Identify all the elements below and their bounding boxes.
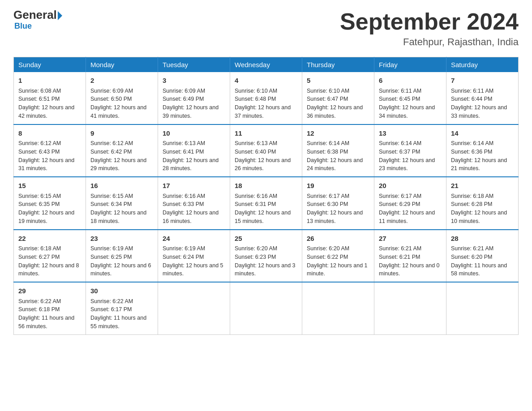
day-number: 11 (235, 128, 297, 139)
sunset-text: Sunset: 6:29 PM (379, 201, 420, 207)
sunrise-text: Sunrise: 6:21 AM (451, 245, 493, 252)
daylight-text: Daylight: 11 hours and 56 minutes. (18, 315, 74, 330)
sunrise-text: Sunrise: 6:08 AM (18, 88, 61, 94)
sunrise-text: Sunrise: 6:11 AM (451, 88, 493, 94)
calendar-cell (230, 282, 302, 334)
sunrise-text: Sunrise: 6:19 AM (90, 245, 133, 252)
calendar-cell: 15Sunrise: 6:15 AMSunset: 6:35 PMDayligh… (14, 177, 86, 230)
calendar-week-row: 22Sunrise: 6:18 AMSunset: 6:27 PMDayligh… (14, 230, 519, 283)
daylight-text: Daylight: 12 hours and 11 minutes. (379, 210, 435, 224)
sunrise-text: Sunrise: 6:14 AM (379, 140, 421, 146)
sunset-text: Sunset: 6:20 PM (451, 254, 492, 260)
daylight-text: Daylight: 12 hours and 21 minutes. (451, 157, 507, 172)
sunset-text: Sunset: 6:33 PM (163, 201, 204, 207)
logo: General (13, 9, 62, 21)
sunset-text: Sunset: 6:51 PM (18, 96, 60, 102)
day-header-saturday: Saturday (446, 57, 519, 73)
sunset-text: Sunset: 6:38 PM (307, 149, 348, 155)
calendar-cell (374, 282, 446, 334)
sunset-text: Sunset: 6:47 PM (307, 96, 348, 102)
daylight-text: Daylight: 12 hours and 16 minutes. (163, 210, 219, 224)
daylight-text: Daylight: 12 hours and 23 minutes. (379, 157, 435, 172)
calendar-cell: 2Sunrise: 6:09 AMSunset: 6:50 PMDaylight… (86, 72, 158, 124)
calendar-cell: 14Sunrise: 6:14 AMSunset: 6:36 PMDayligh… (446, 124, 519, 177)
sunset-text: Sunset: 6:48 PM (235, 96, 276, 102)
calendar-table: SundayMondayTuesdayWednesdayThursdayFrid… (13, 57, 519, 335)
calendar-cell: 9Sunrise: 6:12 AMSunset: 6:42 PMDaylight… (86, 124, 158, 177)
calendar-cell: 3Sunrise: 6:09 AMSunset: 6:49 PMDaylight… (158, 72, 230, 124)
day-number: 5 (307, 76, 369, 86)
sunrise-text: Sunrise: 6:10 AM (307, 88, 349, 94)
calendar-week-row: 8Sunrise: 6:12 AMSunset: 6:43 PMDaylight… (14, 124, 519, 177)
day-number: 24 (163, 234, 225, 244)
sunrise-text: Sunrise: 6:13 AM (163, 140, 205, 146)
day-number: 29 (18, 286, 81, 296)
daylight-text: Daylight: 12 hours and 28 minutes. (163, 157, 219, 172)
sunrise-text: Sunrise: 6:20 AM (307, 245, 349, 252)
sunset-text: Sunset: 6:36 PM (451, 149, 492, 155)
sunrise-text: Sunrise: 6:18 AM (18, 245, 61, 252)
sunset-text: Sunset: 6:45 PM (379, 96, 420, 102)
calendar-week-row: 1Sunrise: 6:08 AMSunset: 6:51 PMDaylight… (14, 72, 519, 124)
day-number: 3 (163, 76, 225, 86)
logo-area: General Blue (13, 9, 62, 31)
day-number: 18 (235, 181, 297, 191)
sunset-text: Sunset: 6:43 PM (18, 149, 60, 155)
calendar-cell: 1Sunrise: 6:08 AMSunset: 6:51 PMDaylight… (14, 72, 86, 124)
sunset-text: Sunset: 6:31 PM (235, 201, 276, 207)
calendar-cell: 16Sunrise: 6:15 AMSunset: 6:34 PMDayligh… (86, 177, 158, 230)
day-number: 10 (163, 128, 225, 139)
day-number: 8 (18, 128, 81, 139)
calendar-cell (302, 282, 374, 334)
day-number: 9 (90, 128, 153, 139)
daylight-text: Daylight: 12 hours and 31 minutes. (18, 157, 74, 172)
daylight-text: Daylight: 12 hours and 39 minutes. (163, 104, 219, 119)
calendar-cell: 20Sunrise: 6:17 AMSunset: 6:29 PMDayligh… (374, 177, 446, 230)
day-header-wednesday: Wednesday (230, 57, 302, 73)
sunrise-text: Sunrise: 6:14 AM (451, 140, 493, 146)
calendar-cell: 23Sunrise: 6:19 AMSunset: 6:25 PMDayligh… (86, 230, 158, 283)
daylight-text: Daylight: 12 hours and 15 minutes. (235, 210, 291, 224)
calendar-cell: 13Sunrise: 6:14 AMSunset: 6:37 PMDayligh… (374, 124, 446, 177)
calendar-cell: 24Sunrise: 6:19 AMSunset: 6:24 PMDayligh… (158, 230, 230, 283)
day-number: 2 (90, 76, 153, 86)
sunrise-text: Sunrise: 6:18 AM (451, 193, 493, 199)
daylight-text: Daylight: 12 hours and 5 minutes. (163, 262, 223, 277)
calendar-cell: 10Sunrise: 6:13 AMSunset: 6:41 PMDayligh… (158, 124, 230, 177)
daylight-text: Daylight: 12 hours and 18 minutes. (90, 210, 146, 224)
calendar-cell: 4Sunrise: 6:10 AMSunset: 6:48 PMDaylight… (230, 72, 302, 124)
calendar-cell: 22Sunrise: 6:18 AMSunset: 6:27 PMDayligh… (14, 230, 86, 283)
sunrise-text: Sunrise: 6:13 AM (235, 140, 277, 146)
sunset-text: Sunset: 6:42 PM (90, 149, 132, 155)
daylight-text: Daylight: 12 hours and 8 minutes. (18, 262, 79, 277)
day-header-tuesday: Tuesday (158, 57, 230, 73)
sunrise-text: Sunrise: 6:12 AM (18, 140, 61, 146)
day-number: 12 (307, 128, 369, 139)
daylight-text: Daylight: 12 hours and 10 minutes. (451, 210, 507, 224)
calendar-cell: 7Sunrise: 6:11 AMSunset: 6:44 PMDaylight… (446, 72, 519, 124)
day-number: 6 (379, 76, 442, 86)
logo-blue-text: Blue (14, 21, 32, 31)
day-number: 26 (307, 234, 369, 244)
sunset-text: Sunset: 6:21 PM (379, 254, 420, 260)
sunset-text: Sunset: 6:44 PM (451, 96, 492, 102)
day-number: 27 (379, 234, 442, 244)
day-number: 14 (451, 128, 514, 139)
sunset-text: Sunset: 6:25 PM (90, 254, 132, 260)
location-title: Fatehpur, Rajasthan, India (340, 36, 519, 48)
sunrise-text: Sunrise: 6:20 AM (235, 245, 277, 252)
calendar-cell (158, 282, 230, 334)
sunset-text: Sunset: 6:34 PM (90, 201, 132, 207)
daylight-text: Daylight: 11 hours and 58 minutes. (451, 262, 507, 277)
month-title: September 2024 (340, 9, 519, 34)
daylight-text: Daylight: 12 hours and 6 minutes. (90, 262, 151, 277)
calendar-cell: 19Sunrise: 6:17 AMSunset: 6:30 PMDayligh… (302, 177, 374, 230)
calendar-cell: 25Sunrise: 6:20 AMSunset: 6:23 PMDayligh… (230, 230, 302, 283)
calendar-cell: 29Sunrise: 6:22 AMSunset: 6:18 PMDayligh… (14, 282, 86, 334)
daylight-text: Daylight: 12 hours and 41 minutes. (90, 104, 146, 119)
calendar-cell: 28Sunrise: 6:21 AMSunset: 6:20 PMDayligh… (446, 230, 519, 283)
sunrise-text: Sunrise: 6:21 AM (379, 245, 421, 252)
day-number: 28 (451, 234, 514, 244)
day-number: 30 (90, 286, 153, 296)
daylight-text: Daylight: 12 hours and 37 minutes. (235, 104, 291, 119)
